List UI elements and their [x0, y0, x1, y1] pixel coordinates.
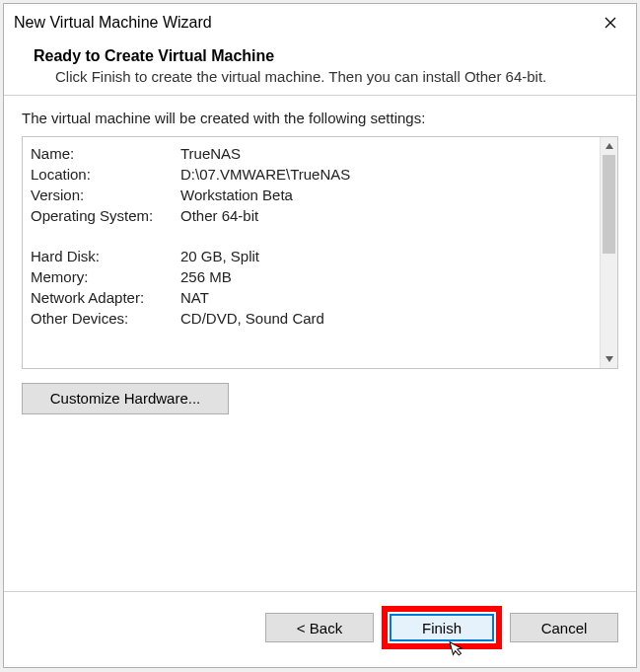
setting-row: Version: Workstation Beta — [31, 185, 598, 205]
titlebar: New Virtual Machine Wizard — [4, 4, 636, 39]
cancel-button[interactable]: Cancel — [510, 613, 618, 642]
wizard-body: The virtual machine will be created with… — [4, 96, 636, 592]
setting-value: TrueNAS — [180, 145, 598, 162]
setting-value: Other 64-bit — [180, 207, 598, 224]
setting-value: 256 MB — [180, 268, 598, 285]
window-title: New Virtual Machine Wizard — [14, 14, 212, 32]
close-button[interactable] — [593, 10, 628, 36]
wizard-dialog: New Virtual Machine Wizard Ready to Crea… — [3, 3, 637, 668]
finish-button[interactable]: Finish — [390, 614, 494, 641]
wizard-footer: < Back Finish Cancel — [4, 591, 636, 667]
scrollbar[interactable] — [600, 137, 617, 368]
setting-label: Operating System: — [31, 207, 180, 224]
back-button[interactable]: < Back — [265, 613, 374, 642]
setting-row: Memory: 256 MB — [31, 266, 598, 287]
setting-value: CD/DVD, Sound Card — [180, 310, 598, 327]
page-subtext: Click Finish to create the virtual machi… — [55, 67, 614, 87]
setting-label: Memory: — [31, 268, 180, 285]
page-heading: Ready to Create Virtual Machine — [34, 47, 614, 65]
scroll-up-icon[interactable] — [601, 137, 618, 155]
setting-label: Network Adapter: — [31, 289, 180, 306]
setting-value: 20 GB, Split — [180, 248, 598, 264]
wizard-header: Ready to Create Virtual Machine Click Fi… — [4, 39, 636, 96]
setting-value: NAT — [180, 289, 598, 306]
setting-row: Network Adapter: NAT — [31, 287, 598, 308]
setting-row: Other Devices: CD/DVD, Sound Card — [31, 308, 598, 329]
customize-hardware-button[interactable]: Customize Hardware... — [22, 383, 229, 414]
setting-row: Location: D:\07.VMWARE\TrueNAS — [31, 164, 598, 185]
setting-row: Operating System: Other 64-bit — [31, 205, 598, 226]
finish-highlight: Finish — [382, 606, 502, 649]
scroll-thumb[interactable] — [603, 155, 615, 254]
setting-label: Version: — [31, 187, 180, 203]
setting-label: Hard Disk: — [31, 248, 180, 264]
setting-label: Other Devices: — [31, 310, 180, 327]
scroll-down-icon[interactable] — [601, 350, 618, 368]
settings-listbox: Name: TrueNAS Location: D:\07.VMWARE\Tru… — [22, 136, 618, 369]
setting-value: Workstation Beta — [180, 187, 598, 203]
setting-row: Name: TrueNAS — [31, 143, 598, 164]
setting-row: Hard Disk: 20 GB, Split — [31, 246, 598, 266]
setting-value: D:\07.VMWARE\TrueNAS — [180, 166, 598, 183]
setting-label: Name: — [31, 145, 180, 162]
settings-intro: The virtual machine will be created with… — [22, 110, 618, 126]
setting-label: Location: — [31, 166, 180, 183]
close-icon — [604, 17, 616, 29]
